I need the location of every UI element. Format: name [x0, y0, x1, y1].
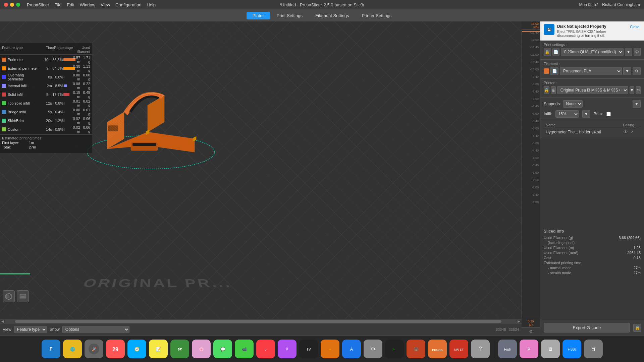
maximize-button[interactable]	[16, 3, 20, 7]
print-quality-select[interactable]: 0.20mm QUALITY (modified)	[561, 48, 624, 56]
supports-select[interactable]: None	[563, 100, 583, 108]
notif-title: Disk Not Ejected Properly	[557, 24, 626, 29]
filament-row: 📄 Prusament PLA ▼ ⚙	[544, 67, 641, 75]
dock-studio[interactable]: MR ST	[449, 340, 468, 358]
svg-text:A: A	[350, 347, 353, 352]
ruler-settings-btn[interactable]: ⚙	[522, 327, 540, 335]
layers-view-btn[interactable]	[17, 290, 29, 302]
filament-gear-icon[interactable]: ⚙	[633, 67, 641, 75]
editing-col-header: Editing	[619, 123, 639, 127]
dock-facetime[interactable]: 📹	[235, 340, 254, 358]
show-select[interactable]: Options	[62, 326, 129, 333]
print-settings-file-icon[interactable]: 📄	[552, 48, 560, 56]
export-lock-icon[interactable]: 🔒	[633, 324, 641, 332]
sliced-info-title: Sliced Info	[544, 229, 641, 234]
close-button[interactable]	[4, 3, 8, 7]
dock-messages[interactable]: 💬	[213, 340, 232, 358]
swatch-top-solid	[2, 101, 6, 105]
dock-appstore[interactable]: A	[342, 340, 361, 358]
infill-row: Infill: 15% ▼ Brim:	[544, 110, 641, 118]
infill-down-btn[interactable]: ▼	[582, 110, 590, 118]
horizontal-scrollbar[interactable]: ◀ ▶	[0, 319, 522, 323]
stats-row-internal-infill: Internal infill 2m 8.5% 0.08 m 0.22 g	[0, 81, 92, 90]
dock-podcasts[interactable]: 🎙	[278, 340, 297, 358]
filament-file-icon[interactable]: 📄	[550, 67, 558, 75]
printer-arrow-down[interactable]: ▼	[630, 86, 635, 94]
printer-lock-icon[interactable]: 🔒	[544, 86, 549, 94]
dock-finder[interactable]: F	[42, 340, 60, 358]
export-icon[interactable]: ↗	[630, 129, 634, 134]
dock-music[interactable]: ♪	[256, 340, 275, 358]
dock-launchpad[interactable]: 🚀	[85, 340, 103, 358]
dock-calendar[interactable]: 29	[106, 340, 125, 358]
dock-finder-icon[interactable]: Fndr	[498, 340, 517, 358]
dock-prusaslicer[interactable]: PRUSA	[428, 340, 447, 358]
filament-color-swatch	[544, 68, 549, 74]
dock-separator	[494, 341, 494, 357]
print-settings-lock-icon[interactable]: 🔒	[544, 48, 551, 56]
menu-configuration[interactable]: Configuration	[115, 2, 141, 7]
scroll-thumb[interactable]	[15, 320, 502, 323]
tab-printer-settings[interactable]: Printer Settings	[356, 12, 397, 19]
print-settings-gear-icon[interactable]: ⚙	[634, 48, 641, 56]
brim-checkbox[interactable]	[606, 112, 611, 116]
window-controls[interactable]	[4, 3, 20, 7]
menu-edit[interactable]: Edit	[67, 2, 74, 7]
filament-section: Filament : 📄 Prusament PLA ▼ ⚙	[540, 60, 644, 79]
filament-select[interactable]: Prusament PLA	[560, 67, 622, 75]
printer-select[interactable]: Original Prusa i3 MK3S & MK3S+	[557, 86, 628, 94]
dock-figma[interactable]: Fi360	[562, 340, 581, 358]
name-col-header: Name	[546, 123, 619, 127]
menu-view[interactable]: View	[101, 2, 110, 7]
dock-help[interactable]: ?	[471, 340, 490, 358]
infill-select[interactable]: 15%	[555, 110, 579, 118]
clock: Mon 09:57	[579, 2, 598, 7]
tab-print-settings[interactable]: Print Settings	[271, 12, 309, 19]
dock-pinkapp[interactable]: P	[520, 340, 538, 358]
menu-prusaslicer[interactable]: PrusaSlicer	[27, 2, 49, 7]
supports-arrow-down[interactable]: ▼	[633, 100, 641, 108]
dock-chrome[interactable]: 🌐	[63, 340, 82, 358]
header-used-filament: Used filament	[73, 46, 90, 54]
eye-icon[interactable]: 👁	[624, 129, 628, 134]
coord-right: 33634	[508, 327, 519, 331]
dock-tv[interactable]: TV	[299, 340, 318, 358]
header-time: Time	[40, 46, 54, 54]
dock-notes[interactable]: 📝	[149, 340, 168, 358]
cost-row: Cost 0.13	[544, 256, 641, 260]
printer-file-icon[interactable]: 🖨	[551, 86, 556, 94]
dock-photos2[interactable]: 🖼	[541, 340, 560, 358]
tab-filament-settings[interactable]: Filament Settings	[309, 12, 355, 19]
scroll-left-arrow[interactable]: ◀	[1, 319, 5, 323]
dock-vlc[interactable]: 🔸	[321, 340, 339, 358]
svg-text:PRUSA: PRUSA	[432, 348, 443, 352]
dock-scripts[interactable]: >_	[385, 340, 404, 358]
scroll-right-arrow[interactable]: ▶	[517, 319, 521, 323]
minimize-button[interactable]	[10, 3, 14, 7]
svg-rect-18	[20, 297, 26, 298]
menu-help[interactable]: Help	[147, 2, 156, 7]
cube-view-btn[interactable]	[3, 290, 15, 302]
notif-close-button[interactable]: Close	[629, 24, 641, 29]
export-gcode-button[interactable]: Export G-code	[544, 323, 630, 333]
print-settings-arrow-down[interactable]: ▼	[625, 48, 632, 56]
menu-window[interactable]: Window	[80, 2, 95, 7]
menu-file[interactable]: File	[54, 2, 61, 7]
dock-bear[interactable]: 🐻	[407, 340, 425, 358]
dock-maps[interactable]: 🗺	[170, 340, 189, 358]
estimated-title: Estimated printing times:	[2, 136, 90, 140]
dock-photos[interactable]: 🌸	[192, 340, 211, 358]
dock-safari[interactable]: 🧭	[127, 340, 146, 358]
stats-row-perimeter: Perimeter 10m 36.5% 0.57 m 1.71 g	[0, 55, 92, 64]
scroll-track[interactable]	[5, 320, 517, 323]
svg-rect-2	[132, 143, 156, 146]
svg-text:📝: 📝	[156, 347, 161, 352]
printer-gear-icon[interactable]: ⚙	[636, 86, 641, 94]
dock-trash[interactable]: 🗑	[584, 340, 603, 358]
filament-arrow-down[interactable]: ▼	[623, 67, 631, 75]
dock-sysprefs[interactable]: ⚙	[364, 340, 382, 358]
tab-plater[interactable]: Plater	[247, 12, 270, 19]
view-cube[interactable]	[3, 290, 29, 302]
view-select[interactable]: Feature type	[14, 326, 47, 333]
svg-text:29: 29	[112, 347, 118, 352]
